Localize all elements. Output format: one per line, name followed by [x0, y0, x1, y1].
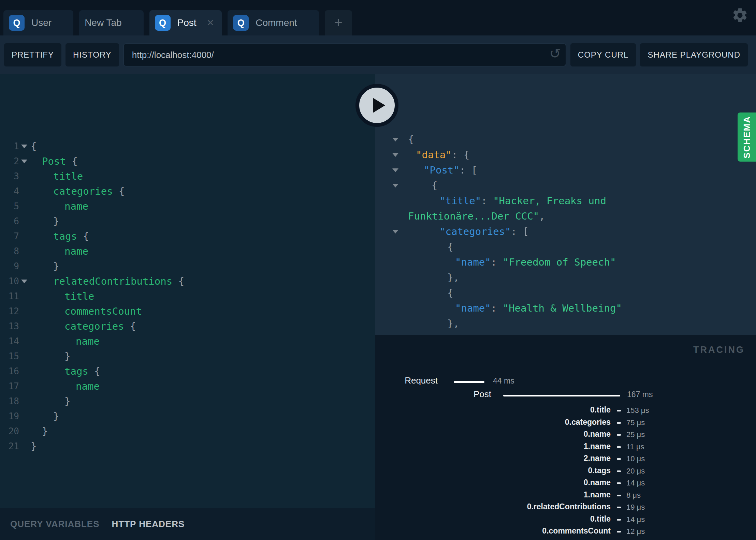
- schema-side-tab[interactable]: SCHEMA: [738, 112, 756, 162]
- trace-row-label: 1.name: [584, 442, 611, 451]
- trace-row-label: 0.categories: [565, 418, 611, 427]
- trace-row-bar: [617, 507, 621, 508]
- response-token: {: [408, 134, 414, 145]
- trace-row-time: 11 μs: [626, 442, 644, 451]
- fold-arrow-slot: [19, 319, 29, 334]
- trace-row-label: 0.commentsCount: [542, 526, 611, 536]
- response-token: "Post": [424, 164, 460, 176]
- trace-row-bar: [617, 519, 621, 521]
- fold-arrow-icon[interactable]: [392, 184, 398, 188]
- query-type-badge: Q: [9, 15, 25, 31]
- editor-line: 19 }: [0, 409, 375, 424]
- code-token: categories: [64, 320, 124, 332]
- response-line: {: [375, 285, 756, 301]
- fold-arrow-icon[interactable]: [392, 153, 398, 157]
- trace-row-time: 20 μs: [626, 467, 645, 476]
- response-line: {: [375, 239, 756, 255]
- code-text: categories {: [29, 184, 125, 199]
- code-text: {: [29, 139, 37, 154]
- response-token: Funktionäre...Der CCC": [408, 210, 539, 222]
- trace-row-time: 14 μs: [626, 515, 645, 524]
- fold-arrow-slot: [19, 184, 29, 199]
- execute-query-button[interactable]: [355, 84, 398, 127]
- trace-request-bar: [454, 381, 484, 383]
- code-token: title: [53, 170, 83, 182]
- tab[interactable]: Q User: [3, 10, 73, 35]
- response-json: { "data": { "Post": [ { "title": "Hacker…: [375, 74, 756, 335]
- fold-arrow-slot: [19, 334, 29, 349]
- line-number: 6: [0, 214, 19, 229]
- trace-row-time: 25 μs: [626, 430, 645, 439]
- code-token: }: [64, 350, 70, 362]
- tab[interactable]: Q Comment: [228, 10, 319, 35]
- fold-arrow-icon[interactable]: [392, 138, 398, 141]
- editor-line: 21 }: [0, 439, 375, 454]
- trace-row: 0.categories 13 μs: [375, 538, 756, 540]
- tab-label: Comment: [256, 17, 297, 28]
- response-token: :: [481, 195, 493, 207]
- query-editor[interactable]: 1 { 2 Post { 3 title 4 categories { 5: [0, 74, 375, 508]
- trace-row-bar: [617, 458, 621, 460]
- response-line: "Post": [: [375, 163, 756, 178]
- trace-row: 0.name 25 μs: [375, 429, 756, 441]
- query-variables-tab[interactable]: QUERY VARIABLES: [10, 519, 100, 529]
- endpoint-url-input[interactable]: [123, 43, 566, 66]
- fold-arrow-icon[interactable]: [392, 230, 398, 234]
- code-token: {: [31, 140, 37, 152]
- trace-row-bar: [617, 482, 621, 484]
- tab[interactable]: New Tab: [79, 10, 143, 35]
- copy-curl-button[interactable]: COPY CURL: [570, 43, 636, 66]
- fold-arrow-icon[interactable]: [392, 168, 398, 172]
- code-text: title: [29, 169, 83, 184]
- response-pane: { "data": { "Post": [ { "title": "Hacker…: [375, 74, 756, 335]
- response-line: {: [375, 178, 756, 193]
- trace-resolver-rows: 0.title 153 μs 0.categories 75 μs 0.name…: [375, 404, 756, 540]
- fold-arrow-icon[interactable]: [21, 280, 27, 283]
- tab-label: User: [31, 17, 52, 28]
- response-line: Funktionäre...Der CCC",: [375, 209, 756, 224]
- tracing-panel: TRACING Request 44 ms Post 167 ms 0.titl…: [375, 335, 756, 540]
- close-tab-icon[interactable]: ✕: [207, 17, 215, 28]
- share-playground-button[interactable]: SHARE PLAYGROUND: [640, 43, 748, 66]
- fold-arrow-icon[interactable]: [21, 145, 27, 148]
- line-number: 1: [0, 139, 19, 154]
- trace-row: 0.title 153 μs: [375, 404, 756, 417]
- editor-line: 13 categories {: [0, 319, 375, 334]
- code-text: }: [29, 439, 37, 454]
- code-text: relatedContributions {: [29, 274, 184, 289]
- editor-line: 8 name: [0, 244, 375, 259]
- new-tab-button[interactable]: +: [325, 10, 352, 35]
- editor-line: 3 title: [0, 169, 375, 184]
- trace-row-label: 1.name: [584, 490, 611, 499]
- code-text: }: [29, 409, 59, 424]
- fold-arrow-icon[interactable]: [21, 160, 27, 163]
- editor-line: 16 tags {: [0, 364, 375, 379]
- line-number: 16: [0, 364, 19, 379]
- trace-row-bar: [617, 446, 621, 448]
- fold-arrow-slot: [19, 244, 29, 259]
- response-token: ,: [539, 210, 545, 222]
- settings-gear-icon[interactable]: [731, 7, 748, 24]
- http-headers-tab[interactable]: HTTP HEADERS: [112, 519, 185, 529]
- tab[interactable]: Q Post ✕: [149, 10, 222, 35]
- response-line: "name": "Freedom of Speech": [375, 255, 756, 270]
- reload-schema-icon[interactable]: ↺: [549, 46, 561, 61]
- history-button[interactable]: HISTORY: [66, 43, 119, 66]
- fold-arrow-slot: [375, 270, 408, 285]
- tracing-header[interactable]: TRACING: [693, 345, 745, 355]
- line-number: 5: [0, 199, 19, 214]
- code-text: name: [29, 244, 88, 259]
- response-token: "title": [439, 195, 481, 207]
- editor-line: 11 title: [0, 289, 375, 304]
- response-token: : [: [460, 164, 477, 176]
- code-text: categories {: [29, 319, 136, 334]
- trace-row: 0.commentsCount 12 μs: [375, 525, 756, 538]
- trace-row-label: 0.title: [590, 514, 611, 524]
- response-text: "title": "Hacker, Freaks und: [408, 193, 606, 209]
- fold-arrow-slot: [375, 285, 408, 301]
- response-line: {: [375, 132, 756, 147]
- trace-row-time: 153 μs: [626, 406, 649, 415]
- prettify-button[interactable]: PRETTIFY: [4, 43, 61, 66]
- trace-row: 0.tags 20 μs: [375, 465, 756, 477]
- graphql-playground-window: Q User New Tab Q Post ✕ Q Comment +: [0, 0, 756, 540]
